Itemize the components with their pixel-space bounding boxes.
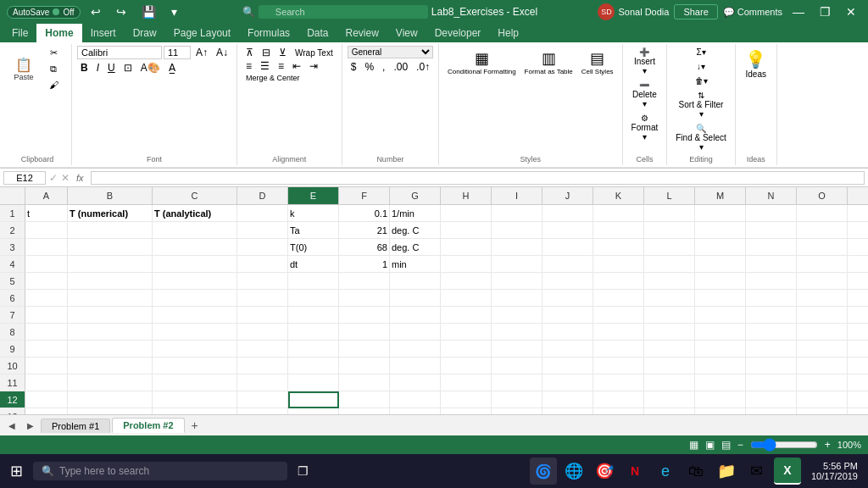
col-header-o[interactable]: O bbox=[797, 187, 848, 204]
cell-f4[interactable]: 1 bbox=[339, 256, 390, 273]
minimize-btn[interactable]: — bbox=[787, 3, 810, 20]
cell-c3[interactable] bbox=[153, 239, 237, 256]
col-header-l[interactable]: L bbox=[644, 187, 695, 204]
customize-btn[interactable]: ▾ bbox=[166, 3, 182, 20]
row-header-13[interactable]: 13 bbox=[0, 408, 25, 414]
cell-i3[interactable] bbox=[492, 239, 542, 256]
cell-o3[interactable] bbox=[797, 239, 848, 256]
cell-h4[interactable] bbox=[441, 256, 492, 273]
cut-button[interactable]: ✂ bbox=[41, 46, 66, 60]
undo-btn[interactable]: ↩ bbox=[86, 3, 106, 20]
taskbar-clock[interactable]: 5:56 PM 10/17/2019 bbox=[804, 461, 865, 481]
cell-g1[interactable]: 1/min bbox=[390, 205, 441, 222]
wrap-text-button[interactable]: Wrap Text bbox=[292, 47, 337, 58]
tab-home[interactable]: Home bbox=[36, 24, 81, 42]
cell-g4[interactable]: min bbox=[390, 256, 441, 273]
sheet-tab-problem1[interactable]: Problem #1 bbox=[41, 419, 110, 433]
taskbar-icon-mail[interactable]: ✉ bbox=[743, 458, 771, 485]
cell-j3[interactable] bbox=[542, 239, 593, 256]
cell-a5[interactable] bbox=[25, 273, 68, 290]
cell-h3[interactable] bbox=[441, 239, 492, 256]
zoom-in-button[interactable]: + bbox=[825, 439, 831, 451]
taskbar-icon-cortana[interactable]: 🌀 bbox=[530, 458, 557, 485]
fill-button[interactable]: ↓▾ bbox=[672, 60, 729, 73]
scroll-tabs-right[interactable]: ▶ bbox=[22, 419, 39, 432]
tab-developer[interactable]: Developer bbox=[426, 24, 490, 42]
cell-m3[interactable] bbox=[695, 239, 746, 256]
cell-k2[interactable] bbox=[593, 222, 644, 239]
cell-l1[interactable] bbox=[644, 205, 695, 222]
cell-e1[interactable]: k bbox=[288, 205, 339, 222]
col-header-b[interactable]: B bbox=[68, 187, 153, 204]
taskbar-icon-explorer[interactable]: 📁 bbox=[713, 458, 740, 485]
cell-n3[interactable] bbox=[746, 239, 797, 256]
cell-l2[interactable] bbox=[644, 222, 695, 239]
delete-cells-button[interactable]: ➖ Delete▾ bbox=[628, 79, 662, 110]
format-table-button[interactable]: ▥ Format as Table bbox=[521, 46, 576, 79]
cell-a1[interactable]: t bbox=[25, 205, 68, 222]
cell-l4[interactable] bbox=[644, 256, 695, 273]
indent-increase-button[interactable]: ⇥ bbox=[306, 59, 321, 73]
cell-k1[interactable] bbox=[593, 205, 644, 222]
increase-decimal-button[interactable]: .0↑ bbox=[413, 60, 433, 74]
cell-a4[interactable] bbox=[25, 256, 68, 273]
fill-color-button[interactable]: A🎨 bbox=[137, 61, 164, 75]
col-header-k[interactable]: K bbox=[593, 187, 644, 204]
cell-n4[interactable] bbox=[746, 256, 797, 273]
title-search-input[interactable] bbox=[259, 5, 428, 19]
cell-i2[interactable] bbox=[492, 222, 542, 239]
tab-help[interactable]: Help bbox=[489, 24, 527, 42]
view-normal-button[interactable]: ▦ bbox=[689, 439, 698, 451]
zoom-slider[interactable] bbox=[750, 438, 818, 452]
redo-btn[interactable]: ↪ bbox=[111, 3, 131, 20]
formula-bar-cancel[interactable]: ✕ bbox=[61, 172, 70, 184]
tab-review[interactable]: Review bbox=[337, 24, 387, 42]
cell-p4[interactable] bbox=[848, 256, 868, 273]
corner-cell[interactable] bbox=[0, 187, 25, 204]
row-header-11[interactable]: 11 bbox=[0, 374, 25, 391]
decrease-decimal-button[interactable]: .00 bbox=[390, 60, 411, 74]
taskbar-icon-ie[interactable]: e bbox=[652, 458, 679, 485]
col-header-c[interactable]: C bbox=[153, 187, 237, 204]
cell-m2[interactable] bbox=[695, 222, 746, 239]
tab-page-layout[interactable]: Page Layout bbox=[165, 24, 239, 42]
cell-j2[interactable] bbox=[542, 222, 593, 239]
format-painter-button[interactable]: 🖌 bbox=[41, 78, 66, 92]
row-header-12[interactable]: 12 bbox=[0, 391, 25, 408]
row-header-2[interactable]: 2 bbox=[0, 222, 25, 239]
cell-d3[interactable] bbox=[237, 239, 288, 256]
cell-g3[interactable]: deg. C bbox=[390, 239, 441, 256]
insert-cells-button[interactable]: ➕ Insert▾ bbox=[628, 46, 662, 77]
save-btn[interactable]: 💾 bbox=[136, 3, 161, 20]
row-header-8[interactable]: 8 bbox=[0, 324, 25, 341]
cell-b2[interactable] bbox=[68, 222, 153, 239]
cell-styles-button[interactable]: ▤ Cell Styles bbox=[578, 46, 617, 79]
col-header-f[interactable]: F bbox=[339, 187, 390, 204]
col-header-j[interactable]: J bbox=[542, 187, 593, 204]
col-header-m[interactable]: M bbox=[695, 187, 746, 204]
col-header-a[interactable]: A bbox=[25, 187, 68, 204]
cell-h1[interactable] bbox=[441, 205, 492, 222]
comma-button[interactable]: , bbox=[379, 60, 388, 74]
task-view-button[interactable]: ❐ bbox=[291, 461, 315, 481]
cell-i1[interactable] bbox=[492, 205, 542, 222]
cell-j4[interactable] bbox=[542, 256, 593, 273]
grow-font-button[interactable]: A↑ bbox=[192, 46, 211, 59]
cell-j1[interactable] bbox=[542, 205, 593, 222]
tab-insert[interactable]: Insert bbox=[82, 24, 125, 42]
cell-p2[interactable] bbox=[848, 222, 868, 239]
tab-view[interactable]: View bbox=[387, 24, 426, 42]
cell-g2[interactable]: deg. C bbox=[390, 222, 441, 239]
share-button[interactable]: Share bbox=[674, 4, 717, 19]
autosave-badge[interactable]: AutoSave Off bbox=[7, 6, 81, 19]
add-sheet-button[interactable]: + bbox=[186, 419, 203, 432]
cell-l3[interactable] bbox=[644, 239, 695, 256]
view-page-break-button[interactable]: ▤ bbox=[721, 439, 731, 451]
cell-d1[interactable] bbox=[237, 205, 288, 222]
cell-h2[interactable] bbox=[441, 222, 492, 239]
cell-c1[interactable]: T (analytical) bbox=[153, 205, 237, 222]
row-header-5[interactable]: 5 bbox=[0, 273, 25, 290]
percent-button[interactable]: % bbox=[361, 60, 377, 74]
formula-input[interactable] bbox=[91, 171, 865, 185]
col-header-g[interactable]: G bbox=[390, 187, 441, 204]
